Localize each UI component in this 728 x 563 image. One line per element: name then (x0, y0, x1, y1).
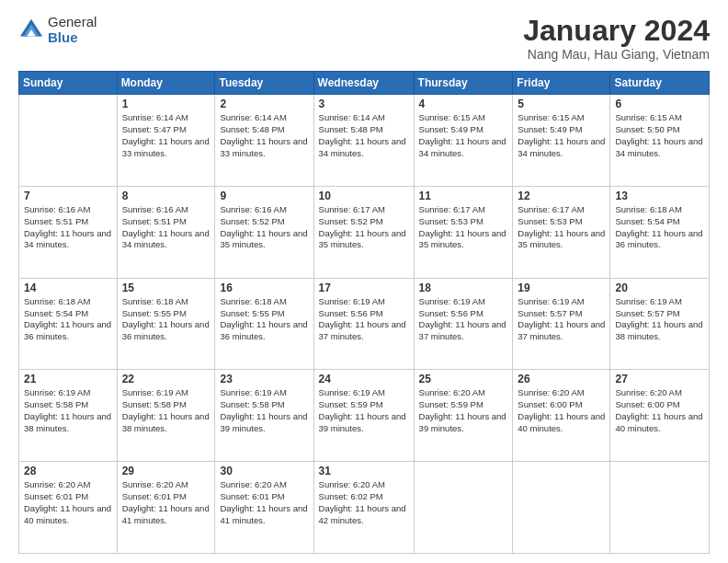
table-row (610, 462, 710, 554)
title-block: January 2024 Nang Mau, Hau Giang, Vietna… (523, 15, 710, 62)
day-info: Sunrise: 6:17 AM Sunset: 5:53 PM Dayligh… (518, 204, 605, 251)
calendar-table: Sunday Monday Tuesday Wednesday Thursday… (18, 71, 710, 554)
calendar-week-row: 21Sunrise: 6:19 AM Sunset: 5:58 PM Dayli… (19, 370, 710, 462)
day-number: 4 (419, 98, 508, 110)
table-row: 1Sunrise: 6:14 AM Sunset: 5:47 PM Daylig… (117, 95, 215, 187)
table-row: 10Sunrise: 6:17 AM Sunset: 5:52 PM Dayli… (313, 186, 414, 278)
col-wednesday: Wednesday (313, 72, 414, 95)
table-row: 29Sunrise: 6:20 AM Sunset: 6:01 PM Dayli… (117, 462, 215, 554)
table-row: 12Sunrise: 6:17 AM Sunset: 5:53 PM Dayli… (513, 186, 610, 278)
table-row: 31Sunrise: 6:20 AM Sunset: 6:02 PM Dayli… (313, 462, 414, 554)
day-number: 5 (518, 98, 605, 110)
day-number: 13 (615, 190, 704, 202)
day-number: 19 (518, 282, 605, 294)
day-number: 6 (615, 98, 704, 110)
day-number: 10 (319, 190, 409, 202)
day-number: 12 (518, 190, 605, 202)
table-row: 4Sunrise: 6:15 AM Sunset: 5:49 PM Daylig… (414, 95, 513, 187)
day-number: 3 (319, 98, 409, 110)
day-number: 21 (24, 373, 112, 385)
day-number: 18 (419, 282, 508, 294)
location: Nang Mau, Hau Giang, Vietnam (523, 47, 710, 62)
day-info: Sunrise: 6:15 AM Sunset: 5:50 PM Dayligh… (615, 112, 704, 159)
table-row: 23Sunrise: 6:19 AM Sunset: 5:58 PM Dayli… (215, 370, 313, 462)
day-number: 15 (122, 282, 210, 294)
col-saturday: Saturday (610, 72, 710, 95)
day-info: Sunrise: 6:16 AM Sunset: 5:51 PM Dayligh… (24, 204, 112, 251)
table-row (19, 95, 118, 187)
day-info: Sunrise: 6:16 AM Sunset: 5:52 PM Dayligh… (220, 204, 308, 251)
col-monday: Monday (117, 72, 215, 95)
day-info: Sunrise: 6:14 AM Sunset: 5:48 PM Dayligh… (319, 112, 409, 159)
calendar-week-row: 28Sunrise: 6:20 AM Sunset: 6:01 PM Dayli… (19, 462, 710, 554)
day-number: 7 (24, 190, 112, 202)
table-row: 2Sunrise: 6:14 AM Sunset: 5:48 PM Daylig… (215, 95, 313, 187)
day-info: Sunrise: 6:19 AM Sunset: 5:56 PM Dayligh… (419, 296, 508, 343)
day-info: Sunrise: 6:19 AM Sunset: 5:59 PM Dayligh… (319, 387, 409, 434)
col-sunday: Sunday (19, 72, 118, 95)
table-row: 7Sunrise: 6:16 AM Sunset: 5:51 PM Daylig… (19, 186, 118, 278)
table-row: 19Sunrise: 6:19 AM Sunset: 5:57 PM Dayli… (513, 278, 610, 370)
calendar-header-row: Sunday Monday Tuesday Wednesday Thursday… (19, 72, 710, 95)
day-info: Sunrise: 6:20 AM Sunset: 5:59 PM Dayligh… (419, 387, 508, 434)
day-info: Sunrise: 6:14 AM Sunset: 5:48 PM Dayligh… (220, 112, 308, 159)
table-row: 5Sunrise: 6:15 AM Sunset: 5:49 PM Daylig… (513, 95, 610, 187)
day-info: Sunrise: 6:14 AM Sunset: 5:47 PM Dayligh… (122, 112, 210, 159)
logo-blue-text: Blue (48, 30, 97, 46)
day-info: Sunrise: 6:19 AM Sunset: 5:58 PM Dayligh… (220, 387, 308, 434)
day-info: Sunrise: 6:17 AM Sunset: 5:52 PM Dayligh… (319, 204, 409, 251)
table-row: 8Sunrise: 6:16 AM Sunset: 5:51 PM Daylig… (117, 186, 215, 278)
table-row: 15Sunrise: 6:18 AM Sunset: 5:55 PM Dayli… (117, 278, 215, 370)
day-number: 16 (220, 282, 308, 294)
day-info: Sunrise: 6:18 AM Sunset: 5:54 PM Dayligh… (615, 204, 704, 251)
day-number: 28 (24, 465, 112, 477)
logo-general-text: General (48, 15, 97, 30)
day-number: 17 (319, 282, 409, 294)
col-tuesday: Tuesday (215, 72, 313, 95)
day-number: 22 (122, 373, 210, 385)
logo-icon (18, 17, 44, 43)
table-row (414, 462, 513, 554)
table-row: 27Sunrise: 6:20 AM Sunset: 6:00 PM Dayli… (610, 370, 710, 462)
table-row: 24Sunrise: 6:19 AM Sunset: 5:59 PM Dayli… (313, 370, 414, 462)
day-info: Sunrise: 6:20 AM Sunset: 6:00 PM Dayligh… (615, 387, 704, 434)
day-info: Sunrise: 6:17 AM Sunset: 5:53 PM Dayligh… (419, 204, 508, 251)
day-info: Sunrise: 6:20 AM Sunset: 6:00 PM Dayligh… (518, 387, 605, 434)
day-info: Sunrise: 6:18 AM Sunset: 5:55 PM Dayligh… (220, 296, 308, 343)
month-title: January 2024 (523, 15, 710, 47)
calendar-week-row: 1Sunrise: 6:14 AM Sunset: 5:47 PM Daylig… (19, 95, 710, 187)
day-info: Sunrise: 6:19 AM Sunset: 5:58 PM Dayligh… (24, 387, 112, 434)
col-thursday: Thursday (414, 72, 513, 95)
day-number: 25 (419, 373, 508, 385)
table-row: 20Sunrise: 6:19 AM Sunset: 5:57 PM Dayli… (610, 278, 710, 370)
table-row: 9Sunrise: 6:16 AM Sunset: 5:52 PM Daylig… (215, 186, 313, 278)
table-row: 6Sunrise: 6:15 AM Sunset: 5:50 PM Daylig… (610, 95, 710, 187)
col-friday: Friday (513, 72, 610, 95)
day-number: 30 (220, 465, 308, 477)
table-row: 21Sunrise: 6:19 AM Sunset: 5:58 PM Dayli… (19, 370, 118, 462)
day-number: 2 (220, 98, 308, 110)
day-number: 23 (220, 373, 308, 385)
table-row: 18Sunrise: 6:19 AM Sunset: 5:56 PM Dayli… (414, 278, 513, 370)
day-number: 1 (122, 98, 210, 110)
day-info: Sunrise: 6:18 AM Sunset: 5:55 PM Dayligh… (122, 296, 210, 343)
day-info: Sunrise: 6:19 AM Sunset: 5:57 PM Dayligh… (518, 296, 605, 343)
day-info: Sunrise: 6:15 AM Sunset: 5:49 PM Dayligh… (419, 112, 508, 159)
day-info: Sunrise: 6:16 AM Sunset: 5:51 PM Dayligh… (122, 204, 210, 251)
day-number: 11 (419, 190, 508, 202)
table-row: 22Sunrise: 6:19 AM Sunset: 5:58 PM Dayli… (117, 370, 215, 462)
table-row: 16Sunrise: 6:18 AM Sunset: 5:55 PM Dayli… (215, 278, 313, 370)
logo-text: General Blue (48, 15, 97, 45)
table-row (513, 462, 610, 554)
day-info: Sunrise: 6:20 AM Sunset: 6:01 PM Dayligh… (24, 479, 112, 526)
day-number: 26 (518, 373, 605, 385)
day-info: Sunrise: 6:20 AM Sunset: 6:02 PM Dayligh… (319, 479, 409, 526)
day-number: 9 (220, 190, 308, 202)
header: General Blue January 2024 Nang Mau, Hau … (18, 15, 710, 62)
table-row: 26Sunrise: 6:20 AM Sunset: 6:00 PM Dayli… (513, 370, 610, 462)
day-number: 27 (615, 373, 704, 385)
calendar-week-row: 7Sunrise: 6:16 AM Sunset: 5:51 PM Daylig… (19, 186, 710, 278)
day-number: 31 (319, 465, 409, 477)
table-row: 25Sunrise: 6:20 AM Sunset: 5:59 PM Dayli… (414, 370, 513, 462)
day-info: Sunrise: 6:20 AM Sunset: 6:01 PM Dayligh… (122, 479, 210, 526)
